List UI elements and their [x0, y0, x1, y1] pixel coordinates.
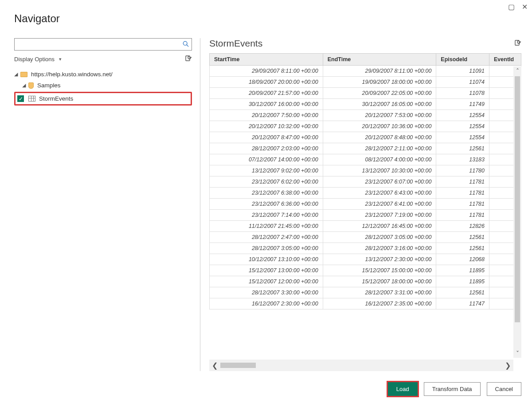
table-row[interactable]: 23/12/2007 6:02:00 +00:0023/12/2007 6:07…	[210, 176, 521, 188]
preview-pane: StormEvents StartTime EndTime EpisodeId …	[209, 38, 521, 371]
table-cell: 11747	[436, 298, 489, 309]
table-row[interactable]: 23/12/2007 6:36:00 +00:0023/12/2007 6:41…	[210, 199, 521, 210]
table-cell: 12554	[436, 121, 489, 132]
table-cell: 11781	[436, 199, 489, 210]
table-cell: 30/12/2007 16:00:00 +00:00	[210, 99, 323, 110]
search-input[interactable]	[17, 41, 183, 48]
display-options-dropdown[interactable]: Display Options	[14, 56, 62, 63]
folder-icon	[20, 72, 27, 77]
table-cell: 12561	[436, 232, 489, 243]
table-row[interactable]: 23/12/2007 6:38:00 +00:0023/12/2007 6:43…	[210, 188, 521, 199]
table-cell: 28/12/2007 3:30:00 +00:00	[210, 287, 323, 298]
table-cell: 11781	[436, 188, 489, 199]
table-cell: 12561	[436, 143, 489, 154]
preview-table: StartTime EndTime EpisodeId EventId 29/0…	[209, 53, 521, 309]
tree-root-node[interactable]: ◢ https://help.kusto.windows.net/	[14, 69, 192, 80]
table-cell: 20/12/2007 10:32:00 +00:00	[210, 121, 323, 132]
scroll-right-icon[interactable]: ❯	[502, 361, 513, 370]
table-header-row: StartTime EndTime EpisodeId EventId	[210, 54, 521, 66]
horizontal-scrollbar[interactable]: ❮ ❯	[209, 360, 513, 371]
preview-refresh-icon[interactable]	[514, 39, 521, 48]
table-row[interactable]: 11/12/2007 21:45:00 +00:0012/12/2007 16:…	[210, 221, 521, 232]
table-cell: 11895	[436, 276, 489, 287]
load-button[interactable]: Load	[388, 382, 418, 396]
table-cell: 28/12/2007 2:11:00 +00:00	[323, 143, 436, 154]
table-row[interactable]: 28/12/2007 2:47:00 +00:0028/12/2007 3:05…	[210, 232, 521, 243]
table-cell: 12561	[436, 243, 489, 254]
table-cell: 16/12/2007 2:35:00 +00:00	[323, 298, 436, 309]
column-header[interactable]: StartTime	[210, 54, 323, 66]
table-cell: 18/09/2007 20:00:00 +00:00	[210, 77, 323, 88]
close-icon[interactable]: ✕	[522, 3, 528, 11]
table-cell: 11/12/2007 21:45:00 +00:00	[210, 221, 323, 232]
column-header[interactable]: EpisodeId	[436, 54, 489, 66]
scroll-thumb[interactable]	[515, 76, 520, 322]
table-cell: 10/12/2007 13:10:00 +00:00	[210, 254, 323, 265]
checkbox-checked-icon[interactable]: ✓	[17, 95, 24, 102]
table-cell: 13/12/2007 2:30:00 +00:00	[323, 254, 436, 265]
tree-database-node[interactable]: ◢ Samples	[14, 80, 192, 91]
scroll-left-icon[interactable]: ❮	[209, 361, 220, 370]
table-cell: 11074	[436, 77, 489, 88]
table-cell: 20/12/2007 8:47:00 +00:00	[210, 132, 323, 143]
tree-table-node[interactable]: ✓ StormEvents	[14, 92, 192, 106]
table-cell: 11895	[436, 265, 489, 276]
table-row[interactable]: 16/12/2007 2:30:00 +00:0016/12/2007 2:35…	[210, 298, 521, 309]
table-row[interactable]: 30/12/2007 16:00:00 +00:0030/12/2007 16:…	[210, 99, 521, 110]
navigator-pane: Display Options ◢ https://help.kusto.win…	[14, 38, 200, 371]
column-header[interactable]: EventId	[489, 54, 521, 66]
transform-data-button[interactable]: Transform Data	[424, 382, 481, 396]
table-row[interactable]: 13/12/2007 9:02:00 +00:0013/12/2007 10:3…	[210, 165, 521, 176]
table-cell: 13/12/2007 10:30:00 +00:00	[323, 165, 436, 176]
table-cell: 28/12/2007 2:03:00 +00:00	[210, 143, 323, 154]
table-cell: 15/12/2007 15:00:00 +00:00	[323, 265, 436, 276]
table-row[interactable]: 20/12/2007 7:50:00 +00:0020/12/2007 7:53…	[210, 110, 521, 121]
table-row[interactable]: 20/12/2007 10:32:00 +00:0020/12/2007 10:…	[210, 121, 521, 132]
table-cell: 11780	[436, 165, 489, 176]
search-icon[interactable]	[183, 41, 189, 48]
tree-database-label: Samples	[37, 82, 61, 89]
table-row[interactable]: 15/12/2007 12:00:00 +00:0015/12/2007 18:…	[210, 276, 521, 287]
table-cell: 28/12/2007 3:05:00 +00:00	[323, 232, 436, 243]
scroll-down-icon[interactable]: ˅	[516, 349, 519, 358]
search-box[interactable]	[14, 38, 192, 51]
table-cell: 12561	[436, 287, 489, 298]
table-cell: 15/12/2007 13:00:00 +00:00	[210, 265, 323, 276]
column-header[interactable]: EndTime	[323, 54, 436, 66]
table-cell: 28/12/2007 2:47:00 +00:00	[210, 232, 323, 243]
maximize-icon[interactable]: ▢	[508, 3, 515, 11]
table-cell: 13/12/2007 9:02:00 +00:00	[210, 165, 323, 176]
vertical-scrollbar[interactable]: ˄ ˅	[513, 67, 521, 358]
table-row[interactable]: 10/12/2007 13:10:00 +00:0013/12/2007 2:3…	[210, 254, 521, 265]
table-icon	[28, 96, 35, 102]
table-row[interactable]: 20/09/2007 21:57:00 +00:0020/09/2007 22:…	[210, 88, 521, 99]
table-cell: 13183	[436, 154, 489, 165]
table-cell: 12554	[436, 132, 489, 143]
table-row[interactable]: 28/12/2007 2:03:00 +00:0028/12/2007 2:11…	[210, 143, 521, 154]
table-cell: 15/12/2007 12:00:00 +00:00	[210, 276, 323, 287]
table-cell: 12068	[436, 254, 489, 265]
table-cell: 15/12/2007 18:00:00 +00:00	[323, 276, 436, 287]
table-cell: 11091	[436, 66, 489, 77]
table-cell: 07/12/2007 14:00:00 +00:00	[210, 154, 323, 165]
cancel-button[interactable]: Cancel	[487, 382, 521, 396]
table-row[interactable]: 23/12/2007 7:14:00 +00:0023/12/2007 7:19…	[210, 210, 521, 221]
scroll-up-icon[interactable]: ˄	[516, 67, 519, 75]
table-cell: 11078	[436, 88, 489, 99]
table-row[interactable]: 07/12/2007 14:00:00 +00:0008/12/2007 4:0…	[210, 154, 521, 165]
table-row[interactable]: 18/09/2007 20:00:00 +00:0019/09/2007 18:…	[210, 77, 521, 88]
table-cell: 19/09/2007 18:00:00 +00:00	[323, 77, 436, 88]
table-cell: 23/12/2007 6:36:00 +00:00	[210, 199, 323, 210]
expand-toggle-icon[interactable]: ◢	[14, 71, 20, 77]
navigator-tree: ◢ https://help.kusto.windows.net/ ◢ Samp…	[14, 69, 192, 106]
scroll-thumb[interactable]	[220, 363, 256, 368]
table-row[interactable]: 20/12/2007 8:47:00 +00:0020/12/2007 8:48…	[210, 132, 521, 143]
expand-toggle-icon[interactable]: ◢	[22, 82, 28, 88]
table-row[interactable]: 28/12/2007 3:05:00 +00:0028/12/2007 3:16…	[210, 243, 521, 254]
table-row[interactable]: 28/12/2007 3:30:00 +00:0028/12/2007 3:31…	[210, 287, 521, 298]
table-row[interactable]: 29/09/2007 8:11:00 +00:0029/09/2007 8:11…	[210, 66, 521, 77]
table-cell: 23/12/2007 6:41:00 +00:00	[323, 199, 436, 210]
refresh-icon[interactable]	[185, 55, 192, 63]
table-row[interactable]: 15/12/2007 13:00:00 +00:0015/12/2007 15:…	[210, 265, 521, 276]
table-cell: 23/12/2007 6:02:00 +00:00	[210, 176, 323, 188]
